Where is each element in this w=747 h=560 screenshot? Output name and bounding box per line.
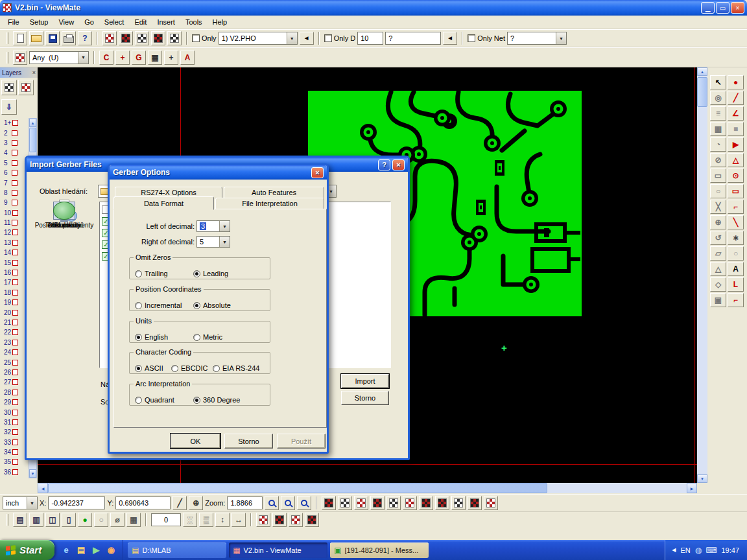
toolbar-button[interactable]	[289, 513, 303, 527]
layer-combobox[interactable]: 1) V2.PHO ▼	[219, 32, 298, 45]
layer-color-swatch[interactable]	[12, 260, 18, 266]
toolbar-button[interactable]	[62, 31, 76, 45]
display-mode-button[interactable]	[338, 496, 352, 510]
tab-data-format[interactable]: Data Format	[113, 196, 214, 210]
menu-item[interactable]: Setup	[25, 16, 54, 28]
vertical-scrollbar[interactable]: ▲ ▼	[697, 67, 707, 483]
only-dcode-checkbox[interactable]	[324, 34, 332, 42]
tool-button[interactable]: ↖	[710, 75, 726, 89]
toolbar-button[interactable]	[305, 513, 319, 527]
right-of-decimal-combobox[interactable]: 5 ▼	[196, 236, 230, 248]
layer-color-swatch[interactable]	[12, 369, 18, 375]
horizontal-scrollbar[interactable]: ◀ ▶	[38, 483, 697, 493]
tool-button[interactable]: △	[728, 153, 744, 167]
tool-button[interactable]: ⊕	[710, 215, 726, 229]
menu-item[interactable]: Select	[99, 16, 130, 28]
display-mode-button[interactable]	[484, 496, 498, 510]
media-player-icon[interactable]: ▶	[90, 544, 102, 556]
layer-row[interactable]: 36	[0, 467, 29, 477]
layer-color-swatch[interactable]	[12, 290, 18, 296]
menu-item[interactable]: View	[53, 16, 79, 28]
layer-color-swatch[interactable]	[12, 459, 18, 465]
restore-button[interactable]: ▭	[716, 2, 729, 14]
scroll-down-icon[interactable]: ▼	[697, 474, 707, 483]
menu-item[interactable]: Insert	[152, 16, 180, 28]
layer-color-swatch[interactable]	[12, 210, 18, 216]
toolbar-button[interactable]: ▥	[29, 513, 43, 527]
toolbar-button[interactable]: ░	[183, 513, 197, 527]
layer-grid-button[interactable]	[1, 80, 17, 95]
apply-button[interactable]: Použít	[277, 434, 326, 449]
tool-button[interactable]: A	[728, 262, 744, 276]
menu-item[interactable]: File	[3, 16, 25, 28]
tool-button[interactable]: ▭	[710, 169, 726, 183]
tool-button[interactable]: ╲	[728, 215, 744, 229]
layer-down-button[interactable]: ⇩	[1, 99, 17, 115]
keyboard-layout-icon[interactable]: ⌨	[706, 546, 717, 555]
toolbar-handle[interactable]	[6, 32, 8, 44]
radio-leading[interactable]: Leading	[193, 270, 228, 277]
scrollbar-thumb[interactable]	[48, 483, 547, 493]
browser-icon[interactable]: ◉	[105, 544, 117, 556]
select-filter-combobox[interactable]: Any (U) ▼	[29, 51, 89, 64]
menu-item[interactable]: Tools	[180, 16, 208, 28]
tool-button[interactable]: ▱	[710, 246, 726, 261]
scroll-up-icon[interactable]: ▲	[697, 67, 707, 76]
status-tool-button[interactable]: ╱	[172, 496, 187, 510]
tool-button[interactable]: ⊘	[710, 153, 726, 167]
tool-button[interactable]: ≡	[710, 106, 726, 121]
display-mode-button[interactable]	[370, 496, 385, 510]
left-of-decimal-combobox[interactable]: 3 ▼	[196, 220, 230, 232]
toolbar-button[interactable]	[102, 31, 117, 45]
toolbar-button[interactable]: C	[99, 51, 113, 65]
tool-button[interactable]: ↺	[710, 231, 726, 245]
toolbar-button[interactable]	[45, 31, 60, 45]
display-mode-button[interactable]	[435, 496, 449, 510]
radio-ascii[interactable]: ASCII	[135, 364, 163, 372]
radio-eia-rs244[interactable]: EIA RS-244	[213, 364, 259, 372]
clock[interactable]: 19:47	[721, 546, 739, 554]
tool-button[interactable]: ⌐	[728, 293, 744, 307]
toolbar-button[interactable]: ●	[78, 513, 92, 527]
layer-color-swatch[interactable]	[12, 200, 18, 205]
dcode-filter-input[interactable]: ?	[385, 32, 441, 45]
radio-quadrant[interactable]: Quadrant	[135, 396, 174, 404]
tool-button[interactable]: ╱	[728, 91, 744, 105]
previous-layer-button[interactable]: ◀	[300, 32, 314, 45]
chevron-down-icon[interactable]: ▼	[556, 32, 566, 44]
chevron-down-icon[interactable]: ▼	[78, 52, 88, 64]
toolbar-button[interactable]	[256, 513, 270, 527]
layer-color-swatch[interactable]	[12, 329, 18, 335]
zoom-tool-button[interactable]	[297, 496, 311, 510]
internet-explorer-icon[interactable]: e	[60, 544, 72, 556]
display-mode-button[interactable]	[419, 496, 433, 510]
grid-value-input[interactable]: 0	[151, 513, 181, 526]
layer-color-swatch[interactable]	[12, 469, 18, 475]
tool-button[interactable]: ⊙	[728, 169, 744, 183]
layer-color-swatch[interactable]	[12, 390, 18, 395]
tool-button[interactable]: L	[728, 277, 744, 292]
zoom-tool-button[interactable]	[281, 496, 295, 510]
layer-color-swatch[interactable]	[12, 379, 18, 385]
menu-item[interactable]: Help	[208, 16, 233, 28]
zoom-tool-button[interactable]	[265, 496, 279, 510]
tool-button[interactable]: ∠	[728, 106, 744, 121]
y-coordinate-input[interactable]: 0.690643	[115, 496, 171, 509]
tool-button[interactable]: ╳	[710, 200, 726, 214]
toolbar-button[interactable]: ▒	[199, 513, 213, 527]
task-button[interactable]: ▦ V2.bin - ViewMate	[229, 542, 327, 558]
toolbar-button[interactable]	[29, 31, 43, 45]
toolbar-button[interactable]	[135, 31, 149, 45]
radio-absolute[interactable]: Absolute	[193, 301, 231, 309]
radio-360-degree[interactable]: 360 Degree	[193, 396, 241, 404]
layer-color-swatch[interactable]	[12, 360, 18, 366]
task-button[interactable]: ▣ [191-482-091] - Mess...	[330, 542, 429, 558]
toolbar-button[interactable]: ↕	[215, 513, 230, 527]
scroll-up-icon[interactable]: ▲	[29, 119, 36, 127]
scroll-right-icon[interactable]: ▶	[687, 483, 697, 493]
place-item[interactable]: Místa v síti	[33, 202, 95, 229]
layer-color-swatch[interactable]	[12, 130, 18, 136]
tool-button[interactable]: ▣	[710, 293, 726, 307]
units-combobox[interactable]: inch ▼	[3, 496, 38, 509]
cancel-button[interactable]: Storno	[341, 391, 389, 405]
